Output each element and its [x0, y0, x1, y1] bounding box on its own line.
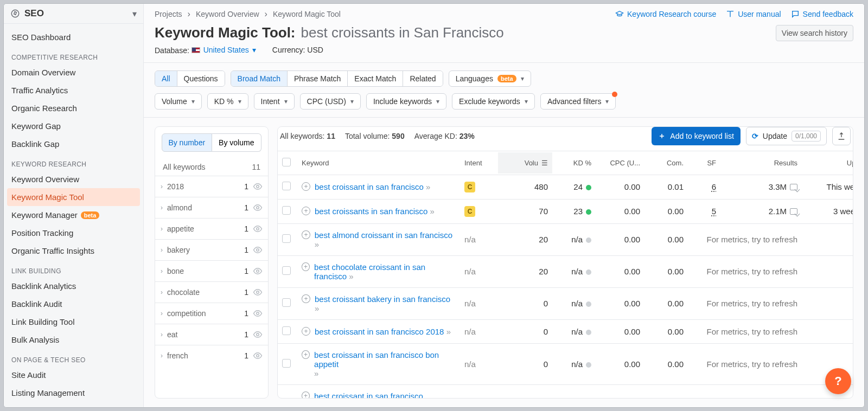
column-header[interactable]: Volu☰ [498, 152, 552, 174]
keyword-link[interactable]: best croissants in san francisco [315, 207, 427, 216]
eye-icon[interactable] [253, 266, 263, 276]
group-row[interactable]: ›appetite1 [155, 218, 268, 239]
keyword-link[interactable]: best chocolate croissant in san francisc… [314, 262, 425, 281]
sidebar-item[interactable]: Link Building Tool [4, 313, 143, 331]
expand-icon[interactable]: » [446, 327, 450, 336]
languages-dropdown[interactable]: Languages beta ▾ [449, 70, 531, 87]
sidebar-item[interactable]: Keyword Overview [4, 170, 143, 188]
expand-icon[interactable]: » [430, 207, 433, 216]
column-header[interactable]: Updated [802, 152, 853, 174]
row-checkbox[interactable] [282, 326, 291, 335]
filter-dropdown[interactable]: Advanced filters▾ [540, 93, 616, 110]
add-keyword-icon[interactable]: + [302, 262, 310, 271]
sidebar-item[interactable]: Keyword Gap [4, 117, 143, 135]
expand-icon[interactable]: » [349, 272, 352, 281]
row-checkbox[interactable] [282, 206, 291, 215]
row-checkbox[interactable] [282, 266, 291, 275]
expand-icon[interactable]: » [315, 304, 318, 313]
sidebar-item[interactable]: SEO Content Template [4, 402, 143, 407]
help-fab[interactable]: ? [825, 368, 851, 394]
sidebar-item[interactable]: Position Tracking [4, 224, 143, 242]
column-header[interactable]: SF [688, 152, 720, 174]
column-header[interactable]: CPC (U... [596, 152, 644, 174]
keyword-link[interactable]: best croissant in san francisco competit… [314, 391, 423, 399]
eye-icon[interactable] [253, 245, 263, 255]
add-keyword-icon[interactable]: + [302, 327, 310, 336]
group-row[interactable]: ›competition1 [155, 303, 268, 324]
eye-icon[interactable] [253, 309, 263, 318]
eye-icon[interactable] [253, 330, 263, 339]
serp-icon[interactable] [790, 184, 797, 190]
filter-dropdown[interactable]: Intent▾ [254, 93, 295, 110]
add-keyword-icon[interactable]: + [302, 350, 310, 359]
sidebar-item[interactable]: Backlink Audit [4, 295, 143, 313]
add-keyword-icon[interactable]: + [302, 391, 310, 399]
header-link[interactable]: Send feedback [791, 10, 853, 18]
sidebar-item[interactable]: Backlink Gap [4, 135, 143, 153]
sidebar-item[interactable]: Traffic Analytics [4, 81, 143, 99]
breadcrumb-item[interactable]: Projects [155, 10, 182, 18]
segment-option[interactable]: Phrase Match [287, 71, 347, 86]
column-header[interactable]: Keyword [297, 152, 460, 174]
row-checkbox[interactable] [282, 298, 291, 307]
segment-option[interactable]: Broad Match [231, 71, 287, 86]
sidebar-item[interactable]: Keyword Magic Tool [7, 188, 140, 206]
keyword-link[interactable]: best croissant in san francisco bon appe… [314, 350, 439, 369]
sidebar-item[interactable]: Domain Overview [4, 63, 143, 81]
sidebar-item[interactable]: Backlink Analytics [4, 277, 143, 295]
group-row[interactable]: ›bakery1 [155, 239, 268, 260]
filter-dropdown[interactable]: CPC (USD)▾ [300, 93, 361, 110]
header-link[interactable]: User manual [726, 10, 781, 18]
segment-option[interactable]: Exact Match [347, 71, 403, 86]
row-checkbox[interactable] [282, 182, 291, 190]
groups-mode-option[interactable]: By volume [212, 133, 262, 152]
sidebar-item[interactable]: Listing Management [4, 384, 143, 402]
group-row[interactable]: ›eat1 [155, 324, 268, 345]
eye-icon[interactable] [253, 182, 263, 191]
column-header[interactable]: Com. [644, 152, 688, 174]
filter-dropdown[interactable]: Volume▾ [155, 93, 202, 110]
keyword-link[interactable]: best croissant bakery in san francisco [315, 294, 450, 304]
groups-mode-option[interactable]: By number [162, 133, 212, 152]
sidebar-item[interactable]: Organic Research [4, 99, 143, 117]
row-checkbox[interactable] [282, 359, 291, 368]
expand-icon[interactable]: » [314, 369, 317, 378]
sidebar-item-dashboard[interactable]: SEO Dashboard [4, 28, 143, 46]
update-button[interactable]: ⟳ Update 0/1,000 [746, 127, 827, 145]
column-header[interactable]: Intent [460, 152, 498, 174]
row-checkbox[interactable] [282, 234, 291, 243]
eye-icon[interactable] [253, 224, 263, 234]
view-search-history-button[interactable]: View search history [776, 25, 853, 41]
sidebar-item[interactable]: Keyword Managerbeta [4, 206, 143, 224]
add-to-keyword-list-button[interactable]: ＋ Add to keyword list [652, 127, 741, 145]
eye-icon[interactable] [253, 287, 263, 297]
keyword-link[interactable]: best almond croissant in san francisco [315, 230, 452, 240]
expand-icon[interactable]: » [426, 182, 429, 191]
add-keyword-icon[interactable]: + [302, 182, 310, 191]
add-keyword-icon[interactable]: + [302, 230, 310, 239]
sidebar-item[interactable]: Site Audit [4, 366, 143, 384]
add-keyword-icon[interactable]: + [302, 207, 310, 215]
breadcrumb-item[interactable]: Keyword Magic Tool [273, 10, 341, 18]
sidebar-category-selector[interactable]: SEO ▾ [4, 4, 143, 24]
select-all-checkbox[interactable] [282, 158, 291, 166]
sidebar-item[interactable]: Organic Traffic Insights [4, 242, 143, 260]
segment-option[interactable]: Questions [177, 71, 225, 86]
export-button[interactable] [832, 127, 851, 145]
group-row[interactable]: ›20181 [155, 176, 268, 197]
group-row[interactable]: ›french1 [155, 345, 268, 366]
expand-icon[interactable]: » [315, 240, 318, 249]
filter-dropdown[interactable]: Include keywords▾ [366, 93, 446, 110]
keyword-link[interactable]: best croissant in san francisco 2018 [315, 327, 444, 336]
database-selector[interactable]: United States ▾ [192, 46, 256, 54]
group-row[interactable]: ›bone1 [155, 260, 268, 281]
column-header[interactable] [278, 151, 297, 175]
header-link[interactable]: Keyword Research course [615, 10, 716, 18]
column-header[interactable]: KD % [552, 152, 596, 174]
keyword-link[interactable]: best croissant in san francisco [315, 182, 424, 191]
segment-option[interactable]: All [155, 71, 177, 86]
breadcrumb-item[interactable]: Keyword Overview [196, 10, 259, 18]
serp-icon[interactable] [790, 208, 797, 215]
filter-dropdown[interactable]: Exclude keywords▾ [452, 93, 535, 110]
segment-option[interactable]: Related [403, 71, 442, 86]
